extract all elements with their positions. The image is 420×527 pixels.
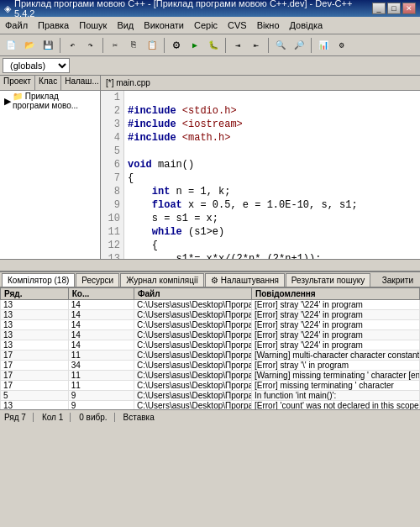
table-cell: C:\Users\asus\Desktop\Програмування\Прик… <box>134 320 252 330</box>
folder-icon: ▶ <box>4 96 11 107</box>
table-row[interactable]: 1711C:\Users\asus\Desktop\Програмування\… <box>1 381 420 391</box>
table-cell: [Error] stray '\224' in program <box>252 340 420 350</box>
table-cell: 11 <box>68 350 134 361</box>
debug-button[interactable]: 🐛 <box>205 37 222 54</box>
table-cell: 14 <box>68 310 134 320</box>
menu-view[interactable]: Вид <box>112 18 139 32</box>
table-cell: 17 <box>1 361 69 371</box>
table-cell: [Warning] missing terminating ' characte… <box>252 371 420 381</box>
sep1 <box>60 38 60 53</box>
sep4 <box>225 38 226 53</box>
table-cell: 13 <box>1 401 69 410</box>
table-row[interactable]: 1734C:\Users\asus\Desktop\Програмування\… <box>1 361 420 371</box>
table-row[interactable]: 1711C:\Users\asus\Desktop\Програмування\… <box>1 371 420 381</box>
table-row[interactable]: 1314C:\Users\asus\Desktop\Програмування\… <box>1 300 420 310</box>
indent-button[interactable]: ⇥ <box>229 37 246 54</box>
close-bottom-button[interactable]: Закрити <box>377 274 418 287</box>
paste-button[interactable]: 📋 <box>144 37 160 54</box>
table-cell: 14 <box>68 330 134 340</box>
open-button[interactable]: 📂 <box>21 37 38 54</box>
new-button[interactable]: 📄 <box>3 37 19 54</box>
error-table: Ряд. Ко... Файл Повідомлення 1314C:\User… <box>0 287 420 409</box>
btab-search-results[interactable]: Результати пошуку <box>286 273 370 287</box>
globals-dropdown[interactable]: (globals) <box>3 58 70 73</box>
table-row[interactable]: 59C:\Users\asus\Desktop\Програмування\Пр… <box>1 391 420 401</box>
table-row[interactable]: 1314C:\Users\asus\Desktop\Програмування\… <box>1 320 420 330</box>
table-row[interactable]: 1314C:\Users\asus\Desktop\Програмування\… <box>1 340 420 350</box>
table-row[interactable]: 139C:\Users\asus\Desktop\Програмування\П… <box>1 401 420 410</box>
cut-button[interactable]: ✂ <box>107 37 123 54</box>
zoom-out-button[interactable]: 🔎 <box>291 37 307 54</box>
compile-button[interactable]: ⚙ <box>168 37 185 54</box>
status-mode: Вставка <box>123 413 155 422</box>
table-cell: C:\Users\asus\Desktop\Програмування\Прик… <box>134 310 252 320</box>
run-button[interactable]: ▶ <box>186 37 203 54</box>
table-cell: C:\Users\asus\Desktop\Програмування\Прик… <box>134 330 252 340</box>
bottom-tab-bar: Компілятор (18) Ресурси Журнал компіляці… <box>0 272 420 287</box>
table-row[interactable]: 1314C:\Users\asus\Desktop\Програмування\… <box>1 310 420 320</box>
sep2 <box>102 38 103 53</box>
maximize-button[interactable]: □ <box>387 3 401 14</box>
tab-project[interactable]: Проект <box>0 76 35 90</box>
unindent-button[interactable]: ⇤ <box>248 37 265 54</box>
window-controls[interactable]: _ □ ✕ <box>372 3 416 14</box>
col-col: Ко... <box>68 288 134 300</box>
table-cell: [Error] stray '\' in program <box>252 361 420 371</box>
project-tree: ▶ 📁 Приклад програми мово... <box>0 91 101 259</box>
sep6 <box>311 38 312 53</box>
table-cell: C:\Users\asus\Desktop\Програмування\Прик… <box>134 350 252 361</box>
table-cell: C:\Users\asus\Desktop\Програмування\Прик… <box>134 340 252 350</box>
toolbar-main: 📄 📂 💾 ↶ ↷ ✂ ⎘ 📋 ⚙ ▶ 🐛 ⇥ ⇤ 🔍 🔎 📊 ⚙ <box>0 34 420 56</box>
col-message: Повідомлення <box>252 288 420 300</box>
status-bar: Ряд 7 Кол 1 0 вибр. Вставка <box>0 409 420 424</box>
table-cell: [Error] 'count' was not declared in this… <box>252 401 420 410</box>
table-cell: [Error] stray '\224' in program <box>252 300 420 310</box>
undo-button[interactable]: ↶ <box>64 37 81 54</box>
btab-resources[interactable]: Ресурси <box>76 273 119 287</box>
close-button[interactable]: ✕ <box>402 3 416 14</box>
code-text[interactable]: #include <stdio.h> #include <iostream> #… <box>124 91 420 259</box>
table-cell: C:\Users\asus\Desktop\Програмування\Прик… <box>134 300 252 310</box>
col-file: Файл <box>134 288 252 300</box>
redo-button[interactable]: ↷ <box>82 37 99 54</box>
menu-edit[interactable]: Правка <box>33 18 74 32</box>
chart-button[interactable]: 📊 <box>315 37 332 54</box>
code-content: 1 2 3 4 5 6 7 8 9 10 11 12 13 14 15 16 1… <box>101 91 420 259</box>
btab-compiler[interactable]: Компілятор (18) <box>2 273 75 287</box>
menu-search[interactable]: Пошук <box>74 18 112 32</box>
menu-window[interactable]: Вікно <box>252 18 285 32</box>
menu-run[interactable]: Виконати <box>139 18 189 32</box>
menu-help[interactable]: Довідка <box>285 18 328 32</box>
tab-class[interactable]: Клас <box>35 76 61 90</box>
table-cell: [Warning] multi-character character cons… <box>252 350 420 361</box>
tree-item-project[interactable]: ▶ 📁 Приклад програми мово... <box>0 91 100 111</box>
horizontal-scrollbar[interactable] <box>0 259 420 271</box>
table-row[interactable]: 1314C:\Users\asus\Desktop\Програмування\… <box>1 330 420 340</box>
table-cell: 11 <box>68 381 134 391</box>
window-title: Приклад програми мовою С++ - [Приклад пр… <box>14 0 372 18</box>
minimize-button[interactable]: _ <box>372 3 386 14</box>
btab-log[interactable]: Журнал компіляції <box>120 273 204 287</box>
options-button[interactable]: ⚙ <box>333 37 350 54</box>
table-cell: 14 <box>68 340 134 350</box>
table-row[interactable]: 1711C:\Users\asus\Desktop\Програмування\… <box>1 350 420 361</box>
copy-button[interactable]: ⎘ <box>125 37 142 54</box>
menu-file[interactable]: Файл <box>0 18 33 32</box>
menu-tools[interactable]: Серіс <box>189 18 223 32</box>
table-cell: C:\Users\asus\Desktop\Програмування\Прик… <box>134 371 252 381</box>
status-sel: 0 вибр. <box>79 413 114 422</box>
tab-settings[interactable]: Налаш... <box>61 76 102 90</box>
table-cell: 13 <box>1 330 69 340</box>
zoom-in-button[interactable]: 🔍 <box>272 37 289 54</box>
table-cell: [Error] missing terminating ' character <box>252 381 420 391</box>
table-cell: 9 <box>68 391 134 401</box>
code-editor[interactable]: 1 2 3 4 5 6 7 8 9 10 11 12 13 14 15 16 1… <box>101 91 420 259</box>
menu-cvs[interactable]: CVS <box>223 18 252 32</box>
table-cell: 14 <box>68 300 134 310</box>
table-cell: In function 'int main()': <box>252 391 420 401</box>
save-button[interactable]: 💾 <box>39 37 56 54</box>
menu-bar: Файл Правка Пошук Вид Виконати Серіс CVS… <box>0 17 420 34</box>
table-cell: 34 <box>68 361 134 371</box>
btab-settings[interactable]: ⚙ Налаштування <box>205 273 285 287</box>
toolbar-secondary: (globals) <box>0 56 420 76</box>
